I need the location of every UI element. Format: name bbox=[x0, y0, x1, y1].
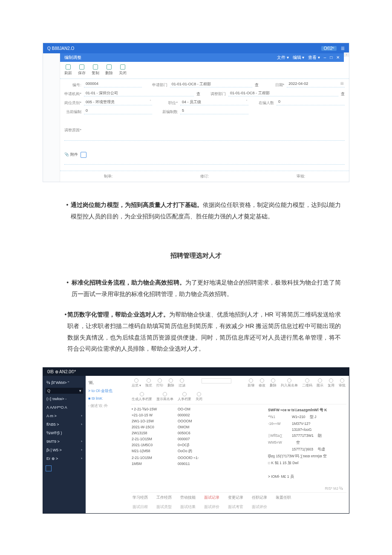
attach-area[interactable] bbox=[64, 160, 345, 165]
tool-close[interactable]: 关闭 bbox=[119, 64, 127, 76]
tb-qr[interactable]: 二维码 bbox=[302, 378, 312, 388]
new-input[interactable]: 5 bbox=[180, 110, 248, 114]
table-row[interactable]: M21-1(M58OoOo 的 bbox=[132, 448, 265, 455]
table-row[interactable]: 2-21-1O15M000007 bbox=[132, 436, 265, 442]
dept-input[interactable]: 01-01-01-OC8 - 工程部 bbox=[170, 83, 252, 87]
side-search[interactable]: Q▾ bbox=[46, 388, 83, 394]
tb-approve[interactable]: 审批 bbox=[339, 378, 346, 388]
tb-edit[interactable]: 修改 bbox=[259, 378, 265, 388]
side-3[interactable]: Λ AΛH**O A bbox=[43, 403, 86, 412]
tb-hrfile[interactable]: 人事档案 bbox=[178, 392, 191, 401]
win-edit[interactable]: 编辑 ▾ bbox=[293, 55, 305, 60]
side-6[interactable]: ⅔W®'β ) bbox=[43, 429, 86, 437]
side-5[interactable]: ffΛB5 >› bbox=[43, 420, 86, 429]
table-row[interactable]: »21-10-15 W000002 bbox=[132, 412, 265, 418]
table-row[interactable]: 2W131580050C6 bbox=[132, 430, 265, 436]
blacklist-icon bbox=[287, 378, 291, 383]
tb-new[interactable]: 新增 bbox=[248, 378, 254, 388]
tb-reuse[interactable]: 复用 bbox=[328, 378, 334, 388]
tool-delete[interactable]: 删除 bbox=[105, 64, 113, 76]
bullet-icon: • bbox=[64, 199, 71, 222]
code-input[interactable]: 000004 bbox=[84, 83, 142, 87]
sub-4[interactable]: 面试考官 bbox=[228, 505, 243, 510]
job-input[interactable]: 04 - 员工级˅ bbox=[180, 101, 248, 105]
bullet-2: • 标准化招聘业务流程，助力物企高效招聘。为了更好地满足物企的招聘需求，极致科技… bbox=[64, 277, 341, 299]
tab-interview[interactable]: 面试记录 bbox=[204, 495, 219, 500]
tb-overview[interactable]: 总览 ▾ bbox=[132, 378, 141, 388]
tree-node-3[interactable]: - 侧述'欢·外 bbox=[88, 403, 126, 409]
detail-tabs-2: 面试日程 面试类型 面试结果 面试评价 面试考官 面试评价 bbox=[131, 503, 346, 513]
pager[interactable]: RIS* MJ ⅔ bbox=[131, 485, 346, 492]
side-0[interactable]: ⅔ βΓWkM> " bbox=[43, 378, 86, 387]
tb-del2[interactable]: 删除 bbox=[270, 378, 277, 388]
cls-label: 岗位类别* bbox=[64, 100, 81, 106]
side-2[interactable]: (○] τιwkw> - bbox=[43, 395, 86, 403]
tab-edu[interactable]: 学习经历 bbox=[133, 495, 148, 500]
sub-5[interactable]: 面试评价 bbox=[252, 505, 267, 510]
tree-node-2[interactable]: ■ t9 lmK bbox=[88, 396, 126, 401]
sub-2[interactable]: 面试结果 bbox=[180, 505, 196, 510]
side-7[interactable]: 9MT9 >› bbox=[43, 437, 86, 446]
app1-sidebar bbox=[43, 53, 60, 182]
tb-filter[interactable]: 过滤 bbox=[179, 378, 185, 388]
table-row[interactable]: 2W1-1O-15WOOOOM bbox=[132, 418, 265, 424]
table-row[interactable]: 2021-1M5C00»OCβ bbox=[132, 442, 265, 448]
win-min[interactable]: – bbox=[324, 55, 326, 60]
calendar-icon: ▤ bbox=[340, 81, 344, 85]
tb-preview[interactable]: 预览 bbox=[145, 378, 152, 388]
win-view[interactable]: 查看 ▾ bbox=[308, 55, 320, 60]
org-input[interactable]: 01-01 - 深圳分公司 bbox=[84, 92, 194, 96]
side-9[interactable]: Er ⊕ >› bbox=[43, 454, 86, 463]
tree-node-1[interactable]: > to Ol-金筱也 bbox=[88, 388, 126, 394]
dept-lookup[interactable]: 查 bbox=[255, 82, 259, 88]
table-rows: • 2-21-⅓0-15WOO-OM »21-10-15 W000002 2W1… bbox=[131, 404, 265, 485]
upload-icon[interactable] bbox=[81, 152, 86, 158]
app2-titlebar: 0IB ⊕ AN2.0©* bbox=[43, 368, 349, 376]
reason-input[interactable] bbox=[64, 137, 345, 141]
tdept-lookup[interactable]: 查 bbox=[341, 91, 345, 97]
tool-copy[interactable]: 复制 bbox=[92, 64, 99, 76]
attach-label: 📎 附件 bbox=[64, 152, 78, 157]
sub-3[interactable]: 面试评价 bbox=[204, 505, 219, 510]
tb-print[interactable]: 打印 bbox=[156, 378, 163, 388]
tab-work[interactable]: 工作经历 bbox=[156, 495, 172, 500]
file-icon bbox=[182, 392, 187, 396]
date-input[interactable]: 2022-04-02▤ bbox=[287, 83, 345, 87]
reason-label: 调整原因* bbox=[64, 128, 81, 133]
tab-change[interactable]: 变更记录 bbox=[228, 495, 243, 500]
tab-skill[interactable]: 劳动技能 bbox=[180, 495, 196, 500]
cur-input: 0 bbox=[277, 101, 345, 105]
tb-del[interactable]: 删除 bbox=[167, 378, 174, 388]
table-row[interactable]: 2021-W-15C0OMOM bbox=[132, 424, 265, 430]
side-4[interactable]: A·m >› bbox=[43, 412, 86, 420]
org-lookup[interactable]: 查 bbox=[196, 91, 200, 97]
win-close[interactable]: ✕ bbox=[336, 55, 340, 60]
tb-chart[interactable]: 图示 bbox=[317, 378, 323, 388]
close-icon bbox=[197, 392, 201, 396]
table-row[interactable]: 2-21-1O15MOOOOlO ≈1- bbox=[132, 455, 265, 461]
sub-0[interactable]: 面试日程 bbox=[133, 505, 148, 510]
cls-input[interactable]: 005 - 环境管理类˅ bbox=[84, 101, 152, 105]
tdept-label: 调整部门 bbox=[209, 91, 226, 97]
tb-close[interactable]: 关闭 bbox=[196, 392, 202, 401]
side-8[interactable]: βι | W5 >› bbox=[43, 446, 86, 454]
table-row[interactable]: 1M5M009011 bbox=[132, 461, 265, 467]
hamburger-icon[interactable]: ☰ bbox=[341, 46, 345, 51]
tool-save[interactable]: 保存 bbox=[78, 64, 86, 76]
tool-refresh[interactable]: 刷新 bbox=[64, 64, 72, 76]
tab-title[interactable]: 编制调整 bbox=[64, 55, 81, 61]
tab-post[interactable]: 任职记录 bbox=[252, 495, 267, 500]
tb-genhr[interactable]: 生成人事档案 bbox=[132, 392, 152, 401]
tdept-input[interactable]: 01-01-01-OC8 - 工程部 bbox=[228, 92, 338, 96]
tb-search[interactable] bbox=[190, 378, 243, 388]
overview-icon bbox=[134, 378, 138, 383]
sub-1[interactable]: 面试类型 bbox=[156, 505, 172, 510]
table-row[interactable]: • 2-21-⅓0-15WOO-OM bbox=[132, 406, 265, 412]
tb-showbl[interactable]: 显示黑名单 bbox=[156, 392, 173, 401]
win-file[interactable]: 文件 ▾ bbox=[277, 55, 289, 60]
scroll-right-icon[interactable]: › bbox=[344, 52, 349, 57]
win-max[interactable]: □ bbox=[330, 55, 332, 60]
collapse-icon[interactable] bbox=[46, 465, 52, 471]
tb-blacklist[interactable]: 列入黑名单 bbox=[281, 378, 298, 388]
tab-equip[interactable]: 装置任职 bbox=[276, 495, 291, 500]
